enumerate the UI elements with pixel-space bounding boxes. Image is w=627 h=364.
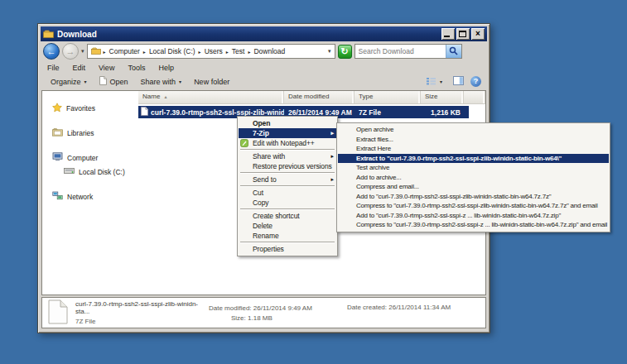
history-dropdown[interactable]: ▾ [81, 48, 84, 55]
maximize-button[interactable] [456, 28, 470, 40]
star-icon [52, 103, 62, 114]
navigation-bar: ← → ▾ ▸ Computer ▸ Local Disk (C:) ▸ Use… [41, 41, 487, 61]
address-folder-icon [91, 47, 101, 56]
back-button[interactable]: ← [43, 43, 60, 60]
submenu-item-extract-here[interactable]: Extract Here [338, 144, 609, 154]
submenu-item-test-archive[interactable]: Test archive [338, 163, 609, 173]
close-button[interactable]: × [471, 28, 485, 40]
submenu-item-compress-and-email[interactable]: Compress and email... [338, 182, 609, 192]
hard-disk-icon [64, 167, 75, 176]
menu-separator [240, 185, 335, 187]
chevron-down-icon: ▾ [440, 79, 442, 84]
open-button[interactable]: Open [95, 75, 133, 88]
menu-help[interactable]: Help [158, 64, 174, 72]
context-menu-item-copy[interactable]: Copy [239, 198, 336, 208]
7zip-submenu: Open archive Extract files... Extract He… [336, 122, 610, 232]
context-menu-item-create-shortcut[interactable]: Create shortcut [239, 211, 336, 221]
help-button[interactable]: ? [470, 76, 481, 87]
search-input[interactable] [355, 47, 446, 55]
refresh-button[interactable]: ↻ [338, 45, 352, 59]
submenu-item-extract-files[interactable]: Extract files... [338, 135, 609, 145]
back-arrow-icon: ← [47, 46, 56, 56]
column-header-type[interactable]: Type [354, 91, 421, 103]
close-icon: × [475, 29, 480, 38]
context-menu-item-rename[interactable]: Rename [239, 231, 336, 241]
context-menu-item-send-to[interactable]: Send to ▸ [239, 175, 336, 184]
title-bar[interactable]: Download × [41, 26, 487, 41]
menu-separator [240, 242, 335, 243]
submenu-item-compress-to-zip-and-email[interactable]: Compress to "curl-7.39.0-rtmp-ssh2-ssl-s… [338, 220, 609, 230]
file-page-icon-large [48, 299, 68, 326]
submenu-item-add-to-zip[interactable]: Add to "curl-7.39.0-rtmp-ssh2-ssl-sspi-z… [338, 211, 609, 221]
breadcrumb-separator-icon: ▸ [248, 49, 250, 55]
computer-icon [52, 152, 63, 163]
column-label: Date modified [288, 93, 329, 100]
submenu-item-add-to-archive[interactable]: Add to archive... [338, 173, 609, 183]
breadcrumb-computer[interactable]: Computer [109, 47, 141, 55]
preview-pane-icon [453, 79, 464, 87]
minimize-button[interactable] [441, 28, 455, 40]
column-label: Size [425, 93, 438, 100]
menu-item-label: Share with [253, 152, 285, 160]
refresh-icon: ↻ [340, 46, 348, 56]
context-menu-item-restore-previous-versions[interactable]: Restore previous versions [239, 161, 336, 171]
window-title: Download [57, 30, 97, 39]
context-menu-item-open[interactable]: Open [239, 118, 336, 128]
column-label: Name [142, 93, 160, 100]
menu-item-label: Edit with Notepad++ [253, 139, 315, 147]
context-menu-item-properties[interactable]: Properties [239, 244, 336, 254]
details-date-modified: Date modified: 26/11/2014 9:49 AM [209, 304, 340, 312]
details-size: Size: 1.18 MB [209, 314, 340, 322]
submenu-arrow-icon: ▸ [331, 151, 334, 161]
breadcrumb-users[interactable]: Users [204, 47, 224, 55]
menu-item-label: Send to [253, 175, 277, 184]
context-menu-item-share-with[interactable]: Share with ▸ [239, 151, 336, 161]
breadcrumb-separator-icon: ▸ [199, 49, 201, 55]
breadcrumb-download[interactable]: Download [253, 47, 286, 55]
folder-icon [43, 26, 54, 41]
new-folder-button[interactable]: New folder [190, 77, 234, 87]
column-header-date-modified[interactable]: Date modified [284, 91, 354, 103]
submenu-item-open-archive[interactable]: Open archive [338, 125, 609, 135]
menu-file[interactable]: File [47, 64, 60, 72]
breadcrumb-local-disk-c[interactable]: Local Disk (C:) [148, 47, 196, 55]
network-icon [52, 191, 63, 202]
address-bar[interactable]: ▸ Computer ▸ Local Disk (C:) ▸ Users ▸ T… [87, 44, 335, 59]
address-dropdown-icon[interactable]: ▾ [328, 48, 331, 55]
context-menu-item-cut[interactable]: Cut [239, 188, 336, 198]
menu-tools[interactable]: Tools [128, 64, 145, 72]
sidebar-item-computer[interactable]: Computer [42, 151, 138, 165]
forward-button[interactable]: → [62, 43, 79, 60]
share-with-button[interactable]: Share with ▾ [137, 77, 186, 87]
sidebar-item-local-disk-c[interactable]: Local Disk (C:) [42, 165, 138, 179]
organize-button[interactable]: Organize ▾ [46, 77, 91, 87]
context-menu-item-delete[interactable]: Delete [239, 221, 336, 231]
menu-view[interactable]: View [99, 64, 114, 72]
sidebar-label: Network [67, 193, 93, 201]
command-bar: Organize ▾ Open Share with ▾ New folder … [41, 74, 487, 89]
search-icon [449, 44, 458, 59]
context-menu-item-7zip[interactable]: 7-Zip ▸ [239, 128, 336, 138]
details-date-created: Date created: 26/11/2014 11:34 AM [347, 304, 451, 311]
preview-pane-button[interactable] [453, 76, 464, 87]
file-page-icon [141, 107, 148, 117]
sidebar-label: Favorites [66, 104, 95, 113]
column-header-filler [464, 91, 485, 103]
submenu-item-add-to-7z[interactable]: Add to "curl-7.39.0-rtmp-ssh2-ssl-sspi-z… [338, 192, 609, 202]
forward-arrow-icon: → [66, 46, 75, 56]
menu-separator [240, 149, 335, 151]
column-header-name[interactable]: Name ▴ [138, 91, 284, 103]
organize-label: Organize [51, 78, 81, 86]
sidebar-item-favorites[interactable]: Favorites [42, 101, 138, 115]
sidebar-item-libraries[interactable]: Libraries [42, 126, 138, 140]
sidebar-item-network[interactable]: Network [42, 189, 138, 204]
menu-edit[interactable]: Edit [73, 64, 86, 72]
change-view-button[interactable]: ▾ [422, 76, 446, 88]
column-header-size[interactable]: Size [421, 91, 464, 103]
search-button[interactable] [446, 45, 461, 58]
submenu-item-compress-to-7z-and-email[interactable]: Compress to "curl-7.39.0-rtmp-ssh2-ssl-s… [338, 201, 609, 211]
breadcrumb-test[interactable]: Test [231, 47, 246, 55]
context-menu-item-edit-with-notepadpp[interactable]: Edit with Notepad++ [239, 138, 336, 148]
submenu-item-extract-to[interactable]: Extract to "curl-7.39.0-rtmp-ssh2-ssl-ss… [338, 154, 609, 164]
sidebar-label: Libraries [67, 129, 94, 137]
